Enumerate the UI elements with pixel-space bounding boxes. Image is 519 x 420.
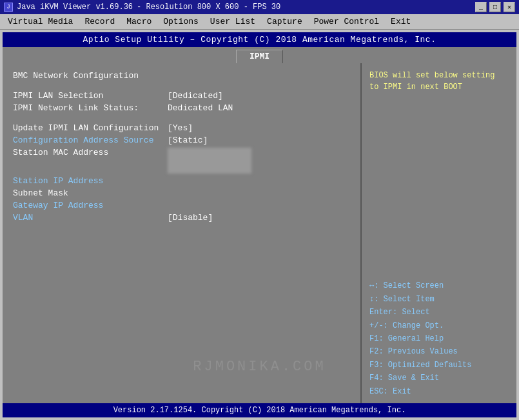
value-station-mac-blurred [168, 148, 251, 174]
app-title: Java iKVM Viewer v1.69.36 [17, 3, 133, 12]
table-row: IPMI Network Link Status: Dedicated LAN [13, 103, 350, 113]
window-controls: _ □ ✕ [475, 2, 515, 12]
key-f3: F3: Optimized Defaults [369, 359, 471, 372]
bios-body: BMC Network Configuration IPMI LAN Selec… [3, 63, 516, 403]
resolution-text: - Resolution 800 X 600 - FPS 30 [137, 3, 280, 12]
app-icon: J [4, 3, 13, 12]
table-row[interactable]: VLAN [Disable] [13, 213, 350, 223]
key-f4: F4: Save & Exit [369, 372, 471, 385]
menu-macro[interactable]: Macro [121, 15, 157, 28]
title-bar-left: J Java iKVM Viewer v1.69.36 - Resolution… [4, 3, 280, 12]
table-row: Station MAC Address [13, 148, 350, 174]
key-f1: F1: General Help [369, 332, 471, 345]
menu-options[interactable]: Options [158, 15, 204, 28]
key-f2: F2: Previous Values [369, 345, 471, 358]
label-station-ip: Station IP Address [13, 176, 168, 186]
value-vlan: [Disable] [168, 213, 213, 223]
value-config-address-source: [Static] [168, 135, 208, 145]
table-row: IPMI LAN Selection [Dedicated] [13, 91, 350, 101]
key-change-opt: +/-: Change Opt. [369, 319, 471, 332]
key-select-item: ↕: Select Item [369, 293, 471, 306]
table-row[interactable]: Configuration Address Source [Static] [13, 135, 350, 145]
menu-virtual-media[interactable]: Virtual Media [3, 15, 78, 28]
bios-left-panel: BMC Network Configuration IPMI LAN Selec… [3, 63, 362, 403]
bios-screen: Aptio Setup Utility – Copyright (C) 2018… [3, 32, 516, 417]
menu-bar: Virtual Media Record Macro Options User … [0, 14, 519, 30]
bios-help-text: BIOS will set below setting to IPMI in n… [369, 70, 509, 93]
table-row: Subnet Mask [13, 188, 350, 198]
key-select-screen: ↔: Select Screen [369, 279, 471, 292]
bios-right-panel: BIOS will set below setting to IPMI in n… [362, 63, 516, 403]
value-ipmi-lan-selection: [Dedicated] [168, 91, 223, 101]
main-content: Aptio Setup Utility – Copyright (C) 2018… [0, 30, 519, 420]
label-ipmi-lan-selection: IPMI LAN Selection [13, 91, 168, 101]
label-ipmi-link-status: IPMI Network Link Status: [13, 103, 168, 113]
bios-key-help: ↔: Select Screen ↕: Select Item Enter: S… [369, 279, 471, 398]
table-row[interactable]: Station IP Address [13, 176, 350, 186]
bios-tab-ipmi[interactable]: IPMI [236, 50, 283, 63]
label-station-mac: Station MAC Address [13, 148, 168, 157]
label-update-ipmi: Update IPMI LAN Configuration [13, 123, 168, 133]
maximize-button[interactable]: □ [489, 2, 501, 12]
label-subnet-mask: Subnet Mask [13, 188, 168, 198]
key-enter-select: Enter: Select [369, 306, 471, 319]
bios-section-title: BMC Network Configuration [13, 71, 350, 81]
close-button[interactable]: ✕ [504, 2, 515, 12]
bios-header: Aptio Setup Utility – Copyright (C) 2018… [3, 32, 516, 47]
label-gateway-ip: Gateway IP Address [13, 201, 168, 210]
bios-tab-bar: IPMI [3, 47, 516, 63]
menu-capture[interactable]: Capture [262, 15, 308, 28]
label-config-address-source: Configuration Address Source [13, 135, 168, 145]
key-esc: ESC: Exit [369, 385, 471, 398]
menu-user-list[interactable]: User List [205, 15, 260, 28]
label-vlan: VLAN [13, 213, 168, 223]
bios-footer: Version 2.17.1254. Copyright (C) 2018 Am… [3, 403, 516, 417]
table-row: Update IPMI LAN Configuration [Yes] [13, 123, 350, 133]
value-ipmi-link-status: Dedicated LAN [168, 103, 233, 113]
menu-exit[interactable]: Exit [386, 15, 416, 28]
value-update-ipmi: [Yes] [168, 123, 193, 133]
menu-record[interactable]: Record [79, 15, 120, 28]
minimize-button[interactable]: _ [475, 2, 487, 12]
title-bar: J Java iKVM Viewer v1.69.36 - Resolution… [0, 0, 519, 14]
menu-power-control[interactable]: Power Control [309, 15, 384, 28]
table-row[interactable]: Gateway IP Address [13, 201, 350, 210]
